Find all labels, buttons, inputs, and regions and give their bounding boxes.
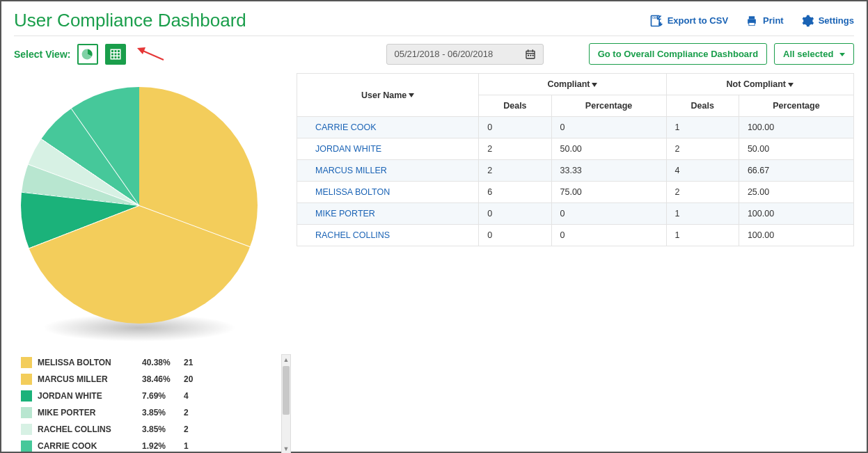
cell-notcompliant-deals: 2 [666, 182, 739, 203]
legend-count: 1 [184, 441, 205, 451]
export-csv-label: Export to CSV [668, 15, 728, 26]
cell-compliant-pct: 0 [551, 225, 666, 246]
legend-scrollbar[interactable]: ▲ ▼ [281, 354, 291, 453]
cell-notcompliant-deals: 1 [666, 225, 739, 246]
legend-name: MARCUS MILLER [38, 374, 142, 384]
cell-compliant-pct: 0 [551, 117, 666, 138]
sort-icon [592, 83, 597, 87]
annotation-arrow-icon [137, 46, 165, 63]
legend-count: 2 [184, 424, 205, 434]
svg-rect-5 [111, 49, 121, 59]
date-range-picker[interactable]: 05/21/2018 - 06/20/2018 [386, 44, 544, 65]
compliance-table: User Name Compliant Not Compliant Deals … [297, 73, 854, 246]
legend-swatch [21, 424, 32, 435]
cell-compliant-pct: 75.00 [551, 182, 666, 203]
sort-icon [788, 83, 794, 87]
legend-pct: 40.38% [142, 358, 184, 367]
gear-icon [800, 14, 814, 28]
legend-count: 4 [184, 391, 205, 401]
cell-compliant-pct: 33.33 [551, 160, 666, 182]
legend-swatch [21, 374, 32, 385]
legend-pct: 3.85% [142, 424, 184, 434]
scrollbar-thumb[interactable] [283, 366, 290, 415]
col-compliant-deals[interactable]: Deals [479, 95, 551, 117]
user-filter-label: All selected [783, 49, 833, 59]
print-button[interactable]: Print [745, 14, 784, 28]
user-link[interactable]: JORDAN WHITE [306, 144, 381, 154]
svg-line-10 [141, 50, 164, 60]
svg-rect-14 [528, 54, 529, 56]
page-title: User Compliance Dashboard [14, 10, 246, 31]
svg-rect-16 [532, 54, 534, 56]
export-csv-button[interactable]: CSV Export to CSV [649, 14, 728, 28]
legend-name: RACHEL COLLINS [38, 424, 142, 434]
user-link[interactable]: MARCUS MILLER [306, 166, 387, 175]
table-row: MELISSA BOLTON675.00225.00 [297, 182, 854, 203]
legend-item[interactable]: MARCUS MILLER38.46%20 [14, 371, 277, 388]
legend-pct: 38.46% [142, 374, 184, 384]
legend-item[interactable]: JORDAN WHITE7.69%4 [14, 388, 277, 404]
cell-compliant-deals: 0 [479, 225, 551, 246]
table-view-button[interactable] [105, 44, 126, 65]
legend-swatch [21, 390, 32, 402]
grid-icon [109, 48, 122, 61]
caret-down-icon [839, 53, 845, 56]
user-link[interactable]: RACHEL COLLINS [306, 230, 390, 240]
svg-text:CSV: CSV [652, 16, 658, 19]
legend-item[interactable]: RACHEL COLLINS3.85%2 [14, 421, 277, 438]
col-notcompliant-deals[interactable]: Deals [666, 95, 739, 117]
goto-overall-dashboard-button[interactable]: Go to Overall Compliance Dashboard [589, 43, 767, 65]
calendar-icon [525, 49, 536, 60]
legend-name: CARRIE COOK [38, 441, 142, 451]
col-notcompliant-pct[interactable]: Percentage [739, 95, 853, 117]
export-icon: CSV [649, 14, 663, 28]
legend-count: 2 [184, 408, 205, 418]
user-link[interactable]: MIKE PORTER [306, 209, 375, 218]
legend-swatch [21, 357, 32, 368]
user-link[interactable]: CARRIE COOK [306, 122, 377, 132]
legend-swatch [21, 407, 32, 418]
legend-item[interactable]: CARRIE COOK1.92%1 [14, 438, 277, 453]
svg-rect-4 [749, 22, 755, 25]
legend-pct: 7.69% [142, 391, 184, 401]
sort-icon [409, 93, 414, 97]
legend-name: JORDAN WHITE [38, 391, 142, 401]
user-link[interactable]: MELISSA BOLTON [306, 187, 390, 197]
user-filter-dropdown[interactable]: All selected [774, 43, 854, 65]
cell-notcompliant-pct: 100.00 [739, 117, 853, 138]
scroll-down-icon: ▼ [282, 444, 290, 453]
svg-rect-3 [749, 16, 755, 19]
legend-item[interactable]: MELISSA BOLTON40.38%21 [14, 354, 277, 371]
cell-notcompliant-pct: 100.00 [739, 203, 853, 225]
col-not-compliant[interactable]: Not Compliant [666, 74, 853, 95]
pie-legend: MELISSA BOLTON40.38%21MARCUS MILLER38.46… [14, 354, 277, 453]
pie-view-button[interactable] [77, 44, 98, 65]
compliance-pie-chart[interactable] [21, 87, 258, 324]
col-compliant-pct[interactable]: Percentage [551, 95, 666, 117]
cell-compliant-deals: 2 [479, 160, 551, 182]
legend-pct: 1.92% [142, 441, 184, 451]
table-row: JORDAN WHITE250.00250.00 [297, 138, 854, 160]
cell-notcompliant-pct: 25.00 [739, 182, 853, 203]
cell-notcompliant-deals: 1 [666, 117, 739, 138]
print-icon [745, 14, 759, 28]
col-user-name[interactable]: User Name [297, 74, 479, 117]
cell-notcompliant-deals: 1 [666, 203, 739, 225]
cell-compliant-deals: 0 [479, 203, 551, 225]
date-range-value: 05/21/2018 - 06/20/2018 [394, 49, 493, 59]
cell-notcompliant-pct: 50.00 [739, 138, 853, 160]
svg-rect-15 [530, 54, 532, 56]
legend-name: MELISSA BOLTON [38, 358, 142, 367]
table-row: CARRIE COOK001100.00 [297, 117, 854, 138]
table-row: MARCUS MILLER233.33466.67 [297, 160, 854, 182]
scroll-up-icon: ▲ [282, 355, 290, 365]
legend-count: 21 [184, 358, 205, 367]
legend-item[interactable]: MIKE PORTER3.85%2 [14, 404, 277, 421]
pie-icon [81, 48, 94, 61]
legend-count: 20 [184, 374, 205, 384]
col-compliant[interactable]: Compliant [479, 74, 666, 95]
cell-compliant-pct: 0 [551, 203, 666, 225]
settings-button[interactable]: Settings [800, 14, 854, 28]
table-row: MIKE PORTER001100.00 [297, 203, 854, 225]
table-row: RACHEL COLLINS001100.00 [297, 225, 854, 246]
